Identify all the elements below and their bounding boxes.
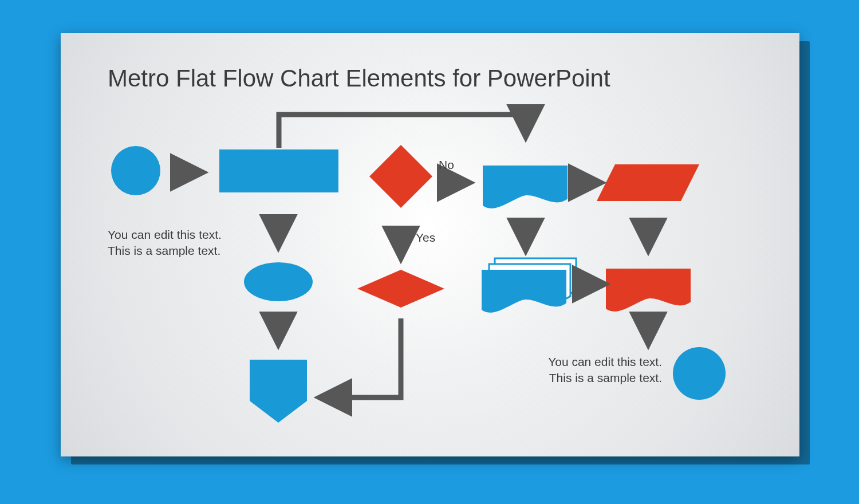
decision-diamond — [369, 145, 432, 208]
stage-background: Metro Flat Flow Chart Elements for Power… — [0, 0, 859, 504]
flag-wave — [483, 166, 568, 208]
label-yes: Yes — [416, 231, 435, 245]
start-circle — [111, 146, 160, 195]
arrow-process-loop — [279, 115, 526, 148]
arrow-flatdiamond-offpage — [321, 318, 401, 397]
multi-docs — [482, 258, 576, 313]
data-parallelogram — [597, 164, 699, 201]
process-rect — [219, 149, 338, 192]
caption-top-left: You can edit this text. This is a sample… — [108, 227, 222, 259]
end-circle — [673, 347, 726, 400]
label-no: No — [439, 158, 454, 172]
ellipse-step — [244, 262, 313, 301]
flat-diamond — [357, 270, 444, 308]
offpage-pentagon — [250, 360, 307, 423]
display-red — [606, 269, 691, 312]
caption-bottom-right: You can edit this text. This is a sample… — [547, 354, 662, 387]
slide-canvas: Metro Flat Flow Chart Elements for Power… — [61, 33, 799, 456]
